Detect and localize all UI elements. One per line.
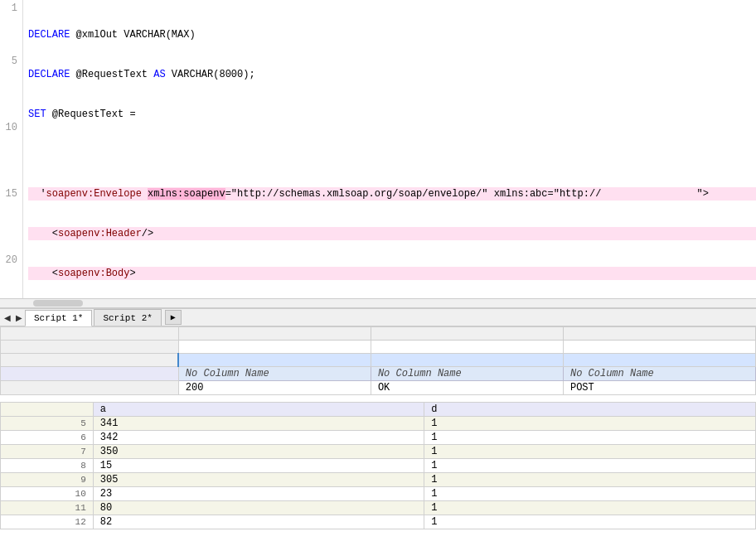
row-num	[1, 367, 179, 381]
tab-script2-label: Script 2*	[103, 313, 152, 323]
row-num-9: 9	[1, 473, 94, 487]
code-line-1: DECLARE @xmlOut VARCHAR(MAX)	[28, 28, 756, 41]
row-num-11: 11	[1, 501, 94, 515]
col-header-3: No Column Name	[563, 367, 755, 381]
selected-row	[1, 354, 756, 367]
row-num	[1, 341, 179, 354]
val-342: 342	[93, 431, 424, 445]
row-num-12: 12	[1, 515, 94, 529]
code-line-2: DECLARE @RequestText AS VARCHAR(8000);	[28, 68, 756, 81]
data-row-4: 8 15 1	[1, 459, 756, 473]
val-1-3: 1	[424, 445, 756, 459]
data-row-1: 5 341 1	[1, 417, 756, 431]
row-num	[1, 381, 179, 395]
code-editor[interactable]: 1 5 10 15 20 25	[0, 0, 756, 298]
row-num-5: 5	[1, 417, 94, 431]
col-header-2: No Column Name	[371, 367, 563, 381]
data-header-row: a d	[1, 403, 756, 417]
tab-next-btn[interactable]: ▶	[13, 313, 25, 322]
h-scrollbar[interactable]	[0, 298, 756, 308]
val-305: 305	[93, 473, 424, 487]
data-table: a d 5 341 1 6 342 1 7 350 1	[0, 402, 756, 529]
status-post: POST	[563, 381, 755, 395]
val-1-8: 1	[424, 515, 756, 529]
val-350: 350	[93, 445, 424, 459]
col-d-header: d	[424, 403, 756, 417]
row-num-8: 8	[1, 459, 94, 473]
data-row-7: 11 80 1	[1, 501, 756, 515]
line-numbers: 1 5 10 15 20 25	[0, 0, 23, 298]
new-tab-btn[interactable]: ▶	[165, 310, 182, 325]
code-line-7: <soapenv:Body>	[28, 267, 756, 280]
code-line-4	[28, 147, 756, 161]
status-table: No Column Name No Column Name No Column …	[0, 326, 756, 395]
results-table-wrapper[interactable]: No Column Name No Column Name No Column …	[0, 326, 756, 546]
code-text[interactable]: DECLARE @xmlOut VARCHAR(MAX) DECLARE @Re…	[23, 0, 756, 298]
val-23: 23	[93, 487, 424, 501]
data-row-3: 7 350 1	[1, 445, 756, 459]
val-1-4: 1	[424, 459, 756, 473]
val-1-5: 1	[424, 473, 756, 487]
empty-row-2	[1, 341, 756, 354]
val-1-6: 1	[424, 487, 756, 501]
row-num-10: 10	[1, 487, 94, 501]
data-row-5: 9 305 1	[1, 473, 756, 487]
data-row-2: 6 342 1	[1, 431, 756, 445]
val-1-2: 1	[424, 431, 756, 445]
val-80: 80	[93, 501, 424, 515]
data-row-8: 12 82 1	[1, 515, 756, 529]
status-200: 200	[178, 381, 371, 395]
tab-script1-label: Script 1*	[34, 313, 83, 323]
col-a-header: a	[93, 403, 424, 417]
empty-row-1	[1, 327, 756, 341]
tab-prev-btn[interactable]: ◀	[2, 313, 13, 322]
results-area: No Column Name No Column Name No Column …	[0, 326, 756, 546]
row-num	[1, 403, 94, 417]
tab-bar: ◀ ▶ Script 1* Script 2* ▶	[0, 308, 756, 326]
val-341: 341	[93, 417, 424, 431]
code-line-3: SET @RequestText =	[28, 108, 756, 121]
val-15: 15	[93, 459, 424, 473]
tab-script1[interactable]: Script 1*	[25, 310, 92, 326]
status-data-row: 200 OK POST	[1, 381, 756, 395]
row-num-7: 7	[1, 445, 94, 459]
val-82: 82	[93, 515, 424, 529]
val-1-7: 1	[424, 501, 756, 515]
code-line-5: 'soapenv:Envelope xmlns:soapenv="http://…	[28, 187, 756, 201]
tab-script2[interactable]: Script 2*	[94, 309, 161, 326]
code-line-6: <soapenv:Header/>	[28, 227, 756, 240]
status-ok: OK	[371, 381, 563, 395]
row-num	[1, 354, 179, 367]
val-1-1: 1	[424, 417, 756, 431]
data-row-6: 10 23 1	[1, 487, 756, 501]
row-num-6: 6	[1, 431, 94, 445]
status-header-row: No Column Name No Column Name No Column …	[1, 367, 756, 381]
row-num	[1, 327, 179, 341]
col-header-1: No Column Name	[178, 367, 371, 381]
